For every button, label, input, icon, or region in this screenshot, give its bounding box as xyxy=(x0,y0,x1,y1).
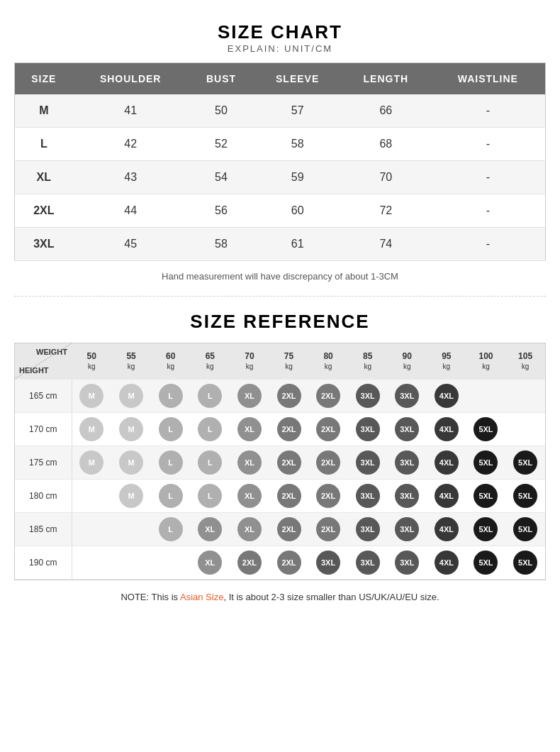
size-label: 2XL xyxy=(15,194,73,228)
height-cell: 170 cm xyxy=(15,412,72,446)
size-badge: 2XL xyxy=(316,484,340,508)
size-badge: 2XL xyxy=(277,484,301,508)
badge-cell: 2XL xyxy=(308,446,348,479)
badge-cell xyxy=(72,479,111,512)
size-badge: 2XL xyxy=(277,417,301,441)
size-badge: 2XL xyxy=(316,384,340,408)
size-badge: L xyxy=(159,417,183,441)
size-value: 58 xyxy=(254,128,341,161)
badge-cell: 5XL xyxy=(505,512,545,546)
size-badge: 3XL xyxy=(356,450,380,475)
size-badge: M xyxy=(79,384,103,408)
size-badge: 3XL xyxy=(316,551,340,575)
size-badge: 3XL xyxy=(395,384,419,408)
weight-column-header: 105kg xyxy=(505,343,545,379)
ref-table-row: 175 cmMMLLXL2XL2XL3XL3XL4XL5XL5XL xyxy=(15,446,545,479)
ref-table-row: 185 cmLXLXL2XL2XL3XL3XL4XL5XL5XL xyxy=(15,512,545,546)
size-value: - xyxy=(431,161,546,194)
size-badge: 4XL xyxy=(435,450,459,475)
weight-column-header: 80kg xyxy=(308,343,348,379)
badge-cell: 2XL xyxy=(269,546,309,579)
size-badge: 4XL xyxy=(435,551,459,575)
note-suffix: , It is about 2-3 size smaller than US/U… xyxy=(223,592,439,602)
badge-cell: M xyxy=(111,379,151,412)
badge-cell xyxy=(151,546,191,579)
size-badge: L xyxy=(198,484,222,508)
badge-cell xyxy=(505,379,545,412)
badge-cell: M xyxy=(72,412,111,446)
size-badge: 2XL xyxy=(277,551,301,575)
size-value: - xyxy=(431,128,546,161)
size-badge: M xyxy=(79,417,103,441)
size-chart-row: M41505766- xyxy=(15,94,546,128)
disclaimer-text: Hand measurement will have discrepancy o… xyxy=(14,271,546,282)
size-badge: M xyxy=(79,450,103,475)
ref-table-row: 180 cmMLLXL2XL2XL3XL3XL4XL5XL5XL xyxy=(15,479,545,512)
badge-cell: 4XL xyxy=(427,546,466,579)
badge-cell: L xyxy=(151,512,191,546)
size-badge: 3XL xyxy=(395,551,419,575)
size-badge: 3XL xyxy=(395,517,419,541)
badge-cell: L xyxy=(151,446,191,479)
badge-cell: L xyxy=(191,479,230,512)
size-value: 42 xyxy=(73,128,189,161)
badge-cell: 3XL xyxy=(348,412,388,446)
size-chart-header-waistline: WAISTLINE xyxy=(431,63,546,95)
badge-cell: L xyxy=(151,379,191,412)
badge-cell: 2XL xyxy=(308,479,348,512)
badge-cell: 2XL xyxy=(269,379,309,412)
badge-cell: 2XL xyxy=(269,479,309,512)
size-badge: 5XL xyxy=(474,417,498,441)
size-label: 3XL xyxy=(15,228,73,261)
badge-cell: 3XL xyxy=(387,379,427,412)
ref-table-row: 170 cmMMLLXL2XL2XL3XL3XL4XL5XL xyxy=(15,412,545,446)
size-badge: 2XL xyxy=(277,517,301,541)
badge-cell: 3XL xyxy=(387,512,427,546)
weight-column-header: 75kg xyxy=(269,343,309,379)
badge-cell: 3XL xyxy=(348,379,388,412)
size-ref-title: SIZE REFERENCE xyxy=(14,311,546,333)
size-badge: 5XL xyxy=(513,517,537,541)
badge-cell: 3XL xyxy=(348,479,388,512)
badge-cell: M xyxy=(111,412,151,446)
size-badge: 3XL xyxy=(395,417,419,441)
size-badge: 3XL xyxy=(356,417,380,441)
size-value: 70 xyxy=(341,161,431,194)
size-badge: 2XL xyxy=(316,450,340,475)
badge-cell xyxy=(505,412,545,446)
size-value: 60 xyxy=(254,194,341,228)
badge-cell: XL xyxy=(230,379,269,412)
badge-cell: L xyxy=(151,412,191,446)
asian-size-highlight: Asian Size xyxy=(180,592,223,602)
badge-cell xyxy=(72,546,111,579)
badge-cell: M xyxy=(72,446,111,479)
weight-column-header: 55kg xyxy=(111,343,151,379)
size-value: 74 xyxy=(341,228,431,261)
size-value: 72 xyxy=(341,194,431,228)
badge-cell: 4XL xyxy=(427,412,466,446)
size-value: 45 xyxy=(73,228,189,261)
height-cell: 175 cm xyxy=(15,446,72,479)
size-value: 52 xyxy=(189,128,254,161)
badge-cell: XL xyxy=(191,512,230,546)
note-prefix: NOTE: This is xyxy=(121,592,180,602)
badge-cell: 4XL xyxy=(427,379,466,412)
size-badge: 3XL xyxy=(356,517,380,541)
size-value: 56 xyxy=(189,194,254,228)
size-badge: 3XL xyxy=(395,450,419,475)
weight-column-header: 95kg xyxy=(427,343,466,379)
ref-table-row: 190 cmXL2XL2XL3XL3XL3XL4XL5XL5XL xyxy=(15,546,545,579)
size-badge: 5XL xyxy=(474,450,498,475)
weight-label: WEIGHT xyxy=(36,348,67,356)
badge-cell: 2XL xyxy=(230,546,269,579)
badge-cell: 3XL xyxy=(387,446,427,479)
size-value: 44 xyxy=(73,194,189,228)
weight-column-header: 90kg xyxy=(387,343,427,379)
size-badge: XL xyxy=(198,517,222,541)
size-value: 41 xyxy=(73,94,189,128)
badge-cell: 5XL xyxy=(466,546,506,579)
badge-cell: 3XL xyxy=(308,546,348,579)
size-badge: L xyxy=(159,384,183,408)
size-badge: 4XL xyxy=(435,417,459,441)
size-badge: L xyxy=(198,417,222,441)
